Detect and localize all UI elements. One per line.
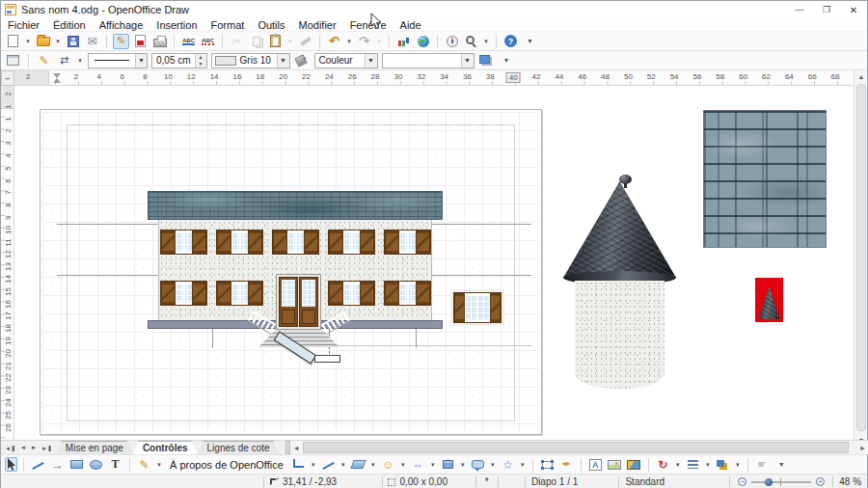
- line-color-select-arrow[interactable]: ▼: [277, 54, 289, 68]
- copy-icon[interactable]: [248, 34, 264, 49]
- styles-window-icon[interactable]: [5, 53, 21, 68]
- status-zoom-section[interactable]: 48 %: [833, 474, 867, 488]
- line-dialog-icon[interactable]: ✎: [36, 53, 52, 68]
- menu-insertion[interactable]: Insertion: [149, 19, 203, 31]
- line-color-select[interactable]: Gris 10 ▼: [211, 53, 290, 68]
- restore-button[interactable]: ❐: [813, 1, 840, 18]
- horizontal-scrollbar-thumb[interactable]: [303, 442, 849, 453]
- gallery-icon[interactable]: [626, 457, 642, 473]
- line-tool-icon[interactable]: [30, 457, 46, 473]
- toolbar2-overflow-icon[interactable]: ▾: [499, 53, 515, 68]
- undo-dropdown[interactable]: ▾: [345, 38, 353, 45]
- window-image[interactable]: [450, 289, 504, 326]
- toolbar-overflow-icon[interactable]: ▾: [522, 34, 538, 49]
- insert-image-icon[interactable]: [607, 457, 623, 473]
- status-style-section[interactable]: Standard: [619, 474, 729, 488]
- redo-dropdown[interactable]: ▾: [375, 38, 383, 45]
- edit-mode-icon[interactable]: ✎: [113, 34, 129, 49]
- drawbar-overflow-icon[interactable]: ▾: [773, 457, 790, 473]
- block-arrows-icon[interactable]: ⇔: [410, 457, 426, 473]
- fill-icon[interactable]: [294, 53, 311, 68]
- arrange-icon[interactable]: [715, 457, 731, 473]
- hruler-indent-marker[interactable]: [53, 73, 62, 83]
- paste-dropdown[interactable]: ▾: [286, 38, 294, 45]
- line-width-value[interactable]: 0,05 cm: [152, 54, 195, 68]
- tab-controles[interactable]: Contrôles: [133, 441, 198, 454]
- lines-arrows-icon[interactable]: [320, 457, 337, 473]
- tab-nav-last[interactable]: ►❚: [40, 445, 54, 451]
- scroll-up-icon[interactable]: ▲: [854, 70, 868, 83]
- fill-color-select-arrow[interactable]: ▼: [461, 54, 474, 68]
- minimize-button[interactable]: —: [786, 1, 813, 18]
- interaction-icon[interactable]: ☛: [754, 457, 771, 473]
- zoom-slider[interactable]: − +: [730, 477, 832, 486]
- fill-type-select[interactable]: Couleur ▼: [314, 53, 378, 68]
- zoom-slider-track[interactable]: [751, 481, 811, 483]
- line-style-select[interactable]: ▼: [88, 53, 148, 68]
- line-width-up[interactable]: ▲: [196, 54, 206, 61]
- select-tool-icon[interactable]: [5, 457, 17, 472]
- fontwork-icon[interactable]: A: [587, 457, 604, 473]
- symbol-shapes-icon[interactable]: ☺: [380, 457, 396, 473]
- menu-edition[interactable]: Édition: [46, 19, 93, 31]
- curve-tool-dropdown[interactable]: ▾: [155, 461, 163, 469]
- tab-lignes-de-cote[interactable]: Lignes de cote: [198, 441, 280, 454]
- zoom-percent[interactable]: 48 %: [839, 476, 861, 487]
- email-icon[interactable]: ✉: [84, 34, 100, 49]
- symbol-shapes-dropdown[interactable]: ▾: [399, 461, 407, 469]
- tab-nav-next[interactable]: ►: [29, 445, 39, 450]
- red-cone-swatch[interactable]: [755, 278, 783, 322]
- ruler-corner-tab-selector[interactable]: ⌐: [1, 70, 14, 86]
- menu-outils[interactable]: Outils: [251, 19, 291, 31]
- tab-nav-prev[interactable]: ◄: [18, 445, 28, 450]
- tab-nav-first[interactable]: ◄❚: [3, 445, 17, 451]
- menu-aide[interactable]: Aide: [393, 19, 428, 31]
- new-document-dropdown[interactable]: ▾: [24, 38, 32, 45]
- new-document-icon[interactable]: [5, 34, 21, 49]
- glue-points-icon[interactable]: ✒: [558, 457, 575, 473]
- scroll-right-icon[interactable]: ►: [856, 441, 868, 454]
- arrow-style-icon[interactable]: ⇄: [56, 53, 72, 68]
- vertical-scrollbar-thumb[interactable]: [856, 84, 866, 431]
- line-width-spinner[interactable]: 0,05 cm ▲▼: [151, 53, 207, 68]
- alignment-dropdown[interactable]: ▾: [704, 461, 712, 469]
- curve-tool-icon[interactable]: ✎: [136, 457, 152, 473]
- line-width-down[interactable]: ▼: [196, 61, 206, 68]
- zoom-dropdown[interactable]: ▾: [482, 38, 490, 45]
- redo-icon[interactable]: ↷: [356, 34, 372, 49]
- save-icon[interactable]: [65, 34, 81, 49]
- zoom-out-icon[interactable]: −: [738, 477, 746, 486]
- print-icon[interactable]: [151, 34, 168, 49]
- rectangle-tool-icon[interactable]: [68, 457, 85, 473]
- connector-tool-icon[interactable]: [290, 457, 307, 473]
- tab-mise-en-page[interactable]: Mise en page: [56, 441, 133, 454]
- stars-dropdown[interactable]: ▾: [519, 461, 527, 469]
- page-style[interactable]: Standard: [625, 476, 665, 487]
- shadow-icon[interactable]: [478, 53, 495, 68]
- autospellcheck-icon[interactable]: ABC: [200, 34, 216, 49]
- open-icon[interactable]: [35, 34, 51, 49]
- paste-icon[interactable]: [267, 34, 284, 49]
- open-dropdown[interactable]: ▾: [54, 38, 62, 45]
- help-icon[interactable]: ?: [502, 34, 519, 49]
- flowchart-icon[interactable]: [440, 457, 456, 473]
- zoom-slider-handle[interactable]: [765, 478, 773, 486]
- rotate-icon[interactable]: ↻: [655, 457, 671, 473]
- horizontal-ruler[interactable]: 2 24681012141618202224262830323436384042…: [14, 70, 855, 86]
- flowchart-dropdown[interactable]: ▾: [459, 461, 467, 469]
- vertical-ruler[interactable]: 2112345678910111213141516171819202122232…: [1, 86, 14, 440]
- chart-icon[interactable]: [395, 34, 412, 49]
- export-pdf-icon[interactable]: [132, 34, 149, 49]
- small-rectangle-shape[interactable]: [314, 355, 340, 363]
- edit-points-icon[interactable]: [539, 457, 556, 473]
- menu-fenetre[interactable]: Fenêtre: [343, 19, 393, 31]
- basic-shapes-icon[interactable]: [350, 457, 366, 473]
- block-arrows-dropdown[interactable]: ▾: [429, 461, 437, 469]
- horizontal-scrollbar[interactable]: ◄ ►: [285, 441, 868, 454]
- arrange-dropdown[interactable]: ▾: [734, 461, 742, 469]
- arrow-style-dropdown[interactable]: ▾: [76, 57, 84, 65]
- slate-texture-swatch[interactable]: [703, 110, 827, 248]
- undo-icon[interactable]: ↶: [326, 34, 342, 49]
- fill-type-value[interactable]: Couleur: [315, 55, 365, 66]
- fill-type-select-arrow[interactable]: ▼: [365, 54, 377, 68]
